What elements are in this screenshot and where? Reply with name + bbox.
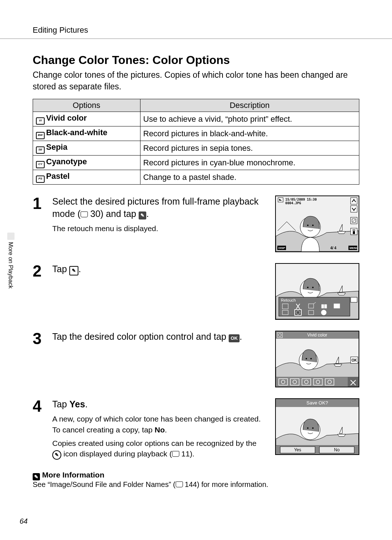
step-4: 4 Tap Yes. A new, copy of which color to… [33, 398, 359, 460]
svg-point-60 [312, 427, 314, 429]
th-options: Options [33, 99, 140, 112]
svg-text:4/    4: 4/ 4 [330, 246, 336, 250]
step-num-3: 3 [33, 331, 46, 347]
svg-text:Retouch: Retouch [281, 298, 296, 302]
screen-save-ok: Save OK? Yes No [275, 398, 359, 455]
svg-text:Yes: Yes [294, 447, 301, 452]
step-num-2: 2 [33, 263, 46, 279]
book-icon [176, 481, 183, 487]
svg-text:15/05/2009 15:30: 15/05/2009 15:30 [285, 198, 317, 201]
svg-rect-26 [324, 305, 327, 308]
svg-point-3 [312, 225, 314, 226]
screen-retouch: Retouch [275, 263, 359, 320]
svg-rect-54 [348, 377, 359, 387]
svg-rect-7 [351, 198, 357, 204]
table-row: VIVivid color Use to achieve a vivid, “p… [33, 112, 359, 126]
svg-text:MENU: MENU [350, 246, 358, 250]
svg-text:Vivid color: Vivid color [307, 333, 327, 338]
book-icon [172, 451, 179, 457]
color-options-icon: ✎ [69, 266, 78, 275]
table-row: SESepia Record pictures in sepia tones. [33, 141, 359, 156]
step-num-4: 4 [33, 398, 46, 414]
cyanotype-icon: CY [36, 161, 45, 168]
svg-point-2 [307, 225, 309, 226]
section-header: Editing Pictures [0, 25, 392, 39]
step-2: 2 Tap ✎. Retouch [33, 263, 359, 320]
retouch-tap-icon: ✎ [139, 211, 146, 219]
th-description: Description [140, 99, 359, 112]
step-1: 1 Select the desired pictures from full-… [33, 196, 359, 252]
svg-rect-8 [351, 206, 357, 212]
step-1-detail: The retouch menu is displayed. [52, 223, 264, 234]
svg-text:0004.JPG: 0004.JPG [285, 201, 301, 205]
table-row: BWBlack-and-white Record pictures in bla… [33, 126, 359, 141]
more-information: ✎More Information See “Image/Sound File … [33, 471, 359, 489]
bw-icon: BW [36, 132, 45, 139]
svg-rect-25 [322, 305, 324, 308]
book-icon [81, 211, 88, 217]
page-number: 64 [20, 517, 28, 525]
step-3: 3 Tap the desired color option control a… [33, 331, 359, 387]
screen-playback: 15/05/2009 15:30 0004.JPG DISP 4/ 4 MENU [275, 196, 359, 252]
vivid-icon: VI [36, 117, 45, 125]
sepia-icon: SE [36, 146, 45, 154]
svg-rect-22 [351, 297, 357, 302]
table-row: PSPastel Change to a pastel shade. [33, 170, 359, 185]
step-num-1: 1 [33, 196, 46, 211]
svg-point-39 [306, 358, 307, 359]
page-title: Change Color Tones: Color Options [33, 53, 359, 67]
svg-point-59 [307, 427, 309, 429]
svg-rect-27 [334, 304, 340, 308]
info-icon: ✎ [33, 473, 40, 480]
screen-vivid: Vivid color OK [275, 331, 359, 387]
step-4-detail-1: A new, copy of which color tone has been… [52, 414, 264, 435]
color-opt-result-icon: ✎ [52, 450, 61, 460]
svg-text:Save OK?: Save OK? [306, 400, 328, 406]
svg-point-40 [310, 358, 312, 359]
table-row: CYCyanotype Record pictures in cyan-blue… [33, 156, 359, 170]
svg-text:No: No [334, 447, 340, 452]
svg-rect-29 [295, 310, 301, 315]
ok-tap-icon: OK [229, 334, 240, 342]
pastel-icon: PS [36, 176, 45, 183]
svg-point-19 [312, 287, 314, 288]
svg-point-18 [307, 287, 309, 288]
intro-text: Change color tones of the pictures. Copi… [33, 69, 359, 92]
step-4-detail-2: Copies created using color options can b… [52, 438, 264, 460]
options-table: Options Description VIVivid color Use to… [33, 99, 359, 185]
svg-point-32 [321, 310, 326, 315]
svg-text:DISP: DISP [278, 246, 285, 250]
svg-text:OK: OK [352, 358, 358, 362]
